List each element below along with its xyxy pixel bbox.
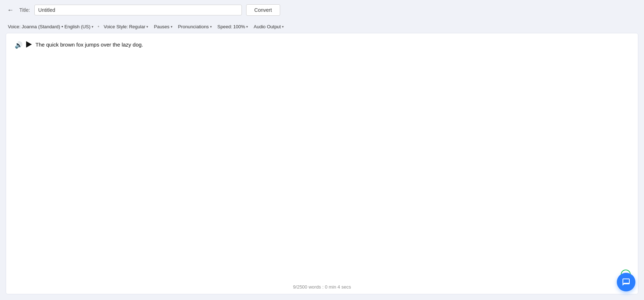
chat-button[interactable]	[617, 273, 635, 291]
options-bar: Voice: Joanna (Standard) • English (US) …	[0, 20, 644, 33]
chat-icon	[622, 278, 630, 286]
voice-label: Voice:	[8, 24, 20, 29]
separator-1: •	[98, 24, 99, 29]
voice-style-chevron-icon: ▾	[146, 25, 148, 29]
voice-style-selector[interactable]: Voice Style: Regular ▾	[102, 23, 150, 30]
voice-value: Joanna (Standard) • English (US)	[21, 24, 90, 29]
pronunciations-selector[interactable]: Pronunciations ▾	[176, 23, 214, 30]
play-button[interactable]	[26, 41, 32, 48]
speed-label: Speed:	[218, 24, 232, 29]
pronunciations-label: Pronunciations	[178, 24, 209, 29]
editor-text[interactable]: The quick brown fox jumps over the lazy …	[35, 40, 143, 49]
title-label: Title:	[19, 7, 30, 13]
editor-container: 🔊 The quick brown fox jumps over the laz…	[6, 33, 638, 294]
word-count-bar: 9/2500 words : 0 min 4 secs	[6, 284, 638, 290]
pauses-selector[interactable]: Pauses ▾	[152, 23, 174, 30]
voice-style-value: Regular	[129, 24, 146, 29]
voice-chevron-icon: ▾	[92, 25, 93, 29]
back-button[interactable]: ←	[6, 5, 15, 15]
pronunciations-chevron-icon: ▾	[210, 25, 212, 29]
header-bar: ← Title: Convert	[0, 0, 644, 20]
pauses-label: Pauses	[154, 24, 169, 29]
speed-chevron-icon: ▾	[246, 25, 248, 29]
title-input[interactable]	[34, 5, 242, 15]
voice-selector[interactable]: Voice: Joanna (Standard) • English (US) …	[6, 23, 96, 30]
speed-value: 100%	[233, 24, 245, 29]
speed-selector[interactable]: Speed: 100% ▾	[215, 23, 250, 30]
audio-output-label: Audio Output	[254, 24, 281, 29]
back-icon: ←	[7, 6, 14, 14]
audio-output-chevron-icon: ▾	[282, 25, 284, 29]
audio-output-selector[interactable]: Audio Output ▾	[252, 23, 286, 30]
convert-button[interactable]: Convert	[246, 4, 280, 16]
voice-style-label: Voice Style:	[104, 24, 128, 29]
pauses-chevron-icon: ▾	[171, 25, 172, 29]
editor-content: 🔊 The quick brown fox jumps over the laz…	[6, 33, 638, 56]
volume-icon[interactable]: 🔊	[15, 41, 23, 49]
word-count: 9/2500 words : 0 min 4 secs	[293, 284, 351, 290]
